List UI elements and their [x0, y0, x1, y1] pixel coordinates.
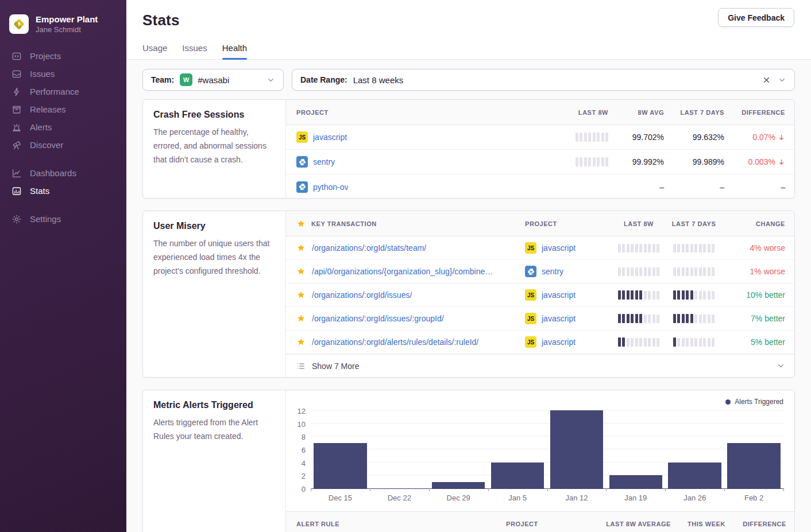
sidebar-nav-group: DashboardsStats — [0, 164, 126, 200]
crash-table-header: PROJECT LAST 8W 8W AVG LAST 7 DAYS DIFFE… — [286, 100, 794, 125]
project-link[interactable]: javascript — [542, 337, 576, 347]
give-feedback-button[interactable]: Give Feedback — [718, 8, 794, 27]
sidebar-item-label: Settings — [30, 214, 61, 224]
table-row: python-ov – – – — [286, 174, 794, 199]
sidebar-nav-group: ProjectsIssuesPerformanceReleasesAlertsD… — [0, 47, 126, 154]
sparkline — [618, 267, 660, 276]
sidebar-item-dashboards[interactable]: Dashboards — [0, 164, 126, 182]
chart-bar — [668, 463, 721, 488]
x-axis-tick — [783, 488, 784, 491]
sidebar-item-label: Stats — [30, 186, 49, 196]
table-row: /organizations/:orgId/issues/ JSjavascri… — [286, 284, 794, 307]
clear-icon[interactable] — [762, 76, 771, 84]
x-axis-label: Dec 29 — [429, 494, 488, 502]
chart-bar — [609, 475, 663, 488]
sparkline — [673, 244, 715, 253]
key-transaction-star-icon[interactable] — [296, 267, 306, 276]
chevron-down-icon — [778, 76, 786, 84]
y-axis-label: 0 — [302, 485, 306, 494]
sidebar-item-stats[interactable]: Stats — [0, 182, 126, 200]
sparkline — [576, 157, 609, 166]
content: Team: W #wasabi Date Range: Last 8 weeks — [126, 60, 811, 532]
team-avatar: W — [180, 73, 192, 86]
x-axis-label: Dec 22 — [370, 494, 429, 502]
date-range-select[interactable]: Date Range: Last 8 weeks — [292, 69, 795, 91]
legend-dot-icon — [725, 399, 731, 405]
column-header: LAST 8W AVERAGE — [606, 521, 671, 527]
column-header: ALERT RULE — [296, 521, 506, 527]
sidebar-item-discover[interactable]: Discover — [0, 136, 126, 154]
tab-usage[interactable]: Usage — [142, 43, 167, 59]
org-switcher[interactable]: Empower Plant Jane Schmidt — [0, 11, 126, 34]
table-row: /organizations/:orgId/stats/team/ JSjava… — [286, 236, 794, 260]
column-header: PROJECT — [506, 521, 585, 527]
sparkline — [673, 314, 715, 323]
sidebar-item-releases[interactable]: Releases — [0, 100, 126, 118]
column-header: LAST 7 DAYS — [672, 220, 716, 227]
transaction-link[interactable]: /api/0/organizations/{organization_slug}… — [312, 267, 493, 276]
project-link[interactable]: javascript — [542, 243, 576, 253]
sparkline — [618, 314, 660, 323]
key-transaction-star-icon[interactable] — [296, 290, 306, 300]
sparkline — [618, 244, 660, 253]
key-transaction-star-icon[interactable] — [296, 314, 306, 323]
project-link[interactable]: javascript — [542, 290, 576, 300]
panel-description: The percentage of healthy, errored, and … — [153, 125, 275, 166]
show-more-button[interactable]: Show 7 More — [286, 354, 794, 377]
project-link[interactable]: sentry — [542, 267, 563, 276]
table-row: /organizations/:orgId/alerts/rules/detai… — [286, 331, 794, 354]
column-header: CHANGE — [756, 220, 785, 227]
y-axis-label: 8 — [302, 433, 306, 441]
column-header: PROJECT — [296, 109, 545, 116]
crash-free-sessions-description: Crash Free Sessions The percentage of he… — [143, 100, 286, 198]
org-text: Empower Plant Jane Schmidt — [36, 14, 98, 34]
tab-issues[interactable]: Issues — [182, 43, 207, 59]
key-transaction-star-icon[interactable] — [296, 243, 306, 253]
change-value: 10% better — [746, 290, 785, 300]
sidebar-item-settings[interactable]: Settings — [0, 210, 126, 228]
team-select[interactable]: Team: W #wasabi — [142, 69, 284, 91]
key-transaction-star-icon[interactable] — [296, 337, 306, 347]
sidebar-item-label: Performance — [30, 87, 79, 96]
chart-x-axis-labels: Dec 15Dec 22Dec 29Jan 5Jan 12Jan 19Jan 2… — [311, 494, 783, 502]
chart-plot-area: 024681012 — [311, 411, 783, 489]
y-axis-label: 10 — [298, 420, 306, 428]
sidebar-item-label: Discover — [30, 140, 63, 150]
column-header: DIFFERENCE — [743, 521, 786, 527]
change-value: 5% better — [751, 337, 785, 347]
chart-bar — [491, 463, 544, 488]
project-link[interactable]: python-ov — [313, 182, 348, 192]
chevron-down-icon — [267, 76, 275, 84]
sidebar-item-issues[interactable]: Issues — [0, 65, 126, 83]
crash-free-sessions-table: PROJECT LAST 8W 8W AVG LAST 7 DAYS DIFFE… — [286, 100, 794, 198]
panel-title: User Misery — [153, 221, 275, 231]
sidebar-item-alerts[interactable]: Alerts — [0, 118, 126, 136]
project-link[interactable]: javascript — [313, 133, 347, 142]
app-root: Empower Plant Jane Schmidt ProjectsIssue… — [0, 0, 811, 532]
sparkline — [618, 290, 660, 300]
sidebar-item-projects[interactable]: Projects — [0, 47, 126, 65]
transaction-link[interactable]: /organizations/:orgId/issues/ — [312, 290, 412, 300]
gridline — [311, 449, 783, 449]
x-axis-tick — [547, 488, 548, 491]
project-link[interactable]: javascript — [542, 314, 576, 323]
transaction-link[interactable]: /organizations/:orgId/stats/team/ — [312, 243, 426, 253]
y-axis-label: 2 — [302, 472, 306, 480]
transaction-link[interactable]: /organizations/:orgId/alerts/rules/detai… — [312, 337, 478, 347]
page-title: Stats — [142, 11, 795, 29]
chart-bar — [550, 410, 604, 488]
change-value: 4% worse — [750, 243, 785, 253]
tab-health[interactable]: Health — [222, 43, 247, 59]
user-misery-description: User Misery The number of unique users t… — [143, 211, 286, 377]
sidebar-item-performance[interactable]: Performance — [0, 83, 126, 100]
x-axis-tick — [488, 488, 489, 491]
project-link[interactable]: sentry — [313, 157, 335, 166]
last-7d-value: – — [720, 182, 724, 192]
transaction-link[interactable]: /organizations/:orgId/issues/:groupId/ — [312, 314, 444, 323]
sidebar: Empower Plant Jane Schmidt ProjectsIssue… — [0, 0, 126, 532]
sparkline — [673, 290, 715, 300]
org-logo-icon — [9, 14, 29, 34]
column-header: KEY TRANSACTION — [311, 220, 377, 227]
tabs: UsageIssuesHealth — [142, 43, 795, 59]
panel-description: The number of unique users that experien… — [153, 236, 275, 278]
